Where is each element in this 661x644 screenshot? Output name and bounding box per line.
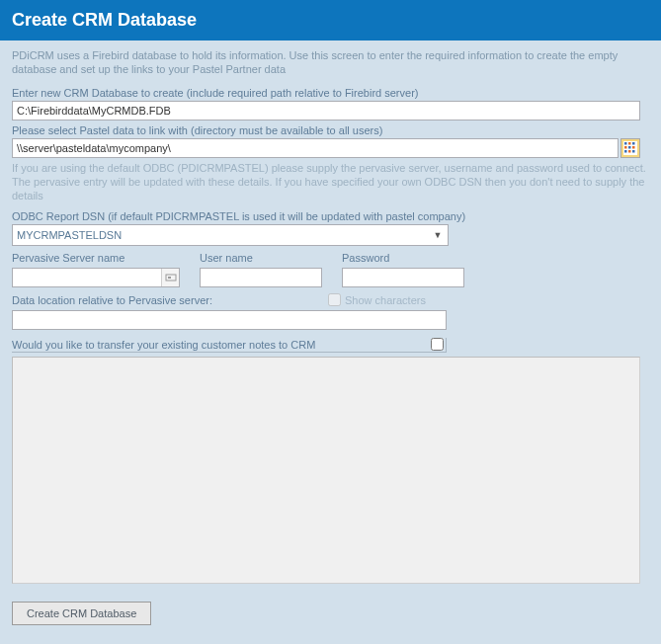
transfer-notes-checkbox[interactable]: [431, 338, 444, 351]
svg-rect-3: [632, 142, 635, 145]
server-browse-icon[interactable]: [161, 269, 179, 286]
svg-rect-1: [624, 142, 627, 145]
username-input[interactable]: [200, 268, 322, 287]
dsn-value: MYCRMPASTELDSN: [17, 229, 122, 241]
page-title: Create CRM Database: [12, 10, 197, 30]
data-location-input[interactable]: [12, 310, 447, 330]
svg-rect-6: [632, 146, 635, 149]
folder-browse-icon: [623, 141, 637, 155]
server-label: Pervasive Server name: [12, 252, 180, 264]
svg-rect-2: [628, 142, 631, 145]
svg-rect-5: [628, 146, 631, 149]
svg-rect-9: [632, 150, 635, 153]
password-input[interactable]: [342, 268, 464, 287]
dsn-label: ODBC Report DSN (if default PDICRMPASTEL…: [12, 210, 649, 222]
browse-button[interactable]: [620, 138, 640, 158]
show-characters-label: Show characters: [345, 294, 426, 306]
username-label: User name: [200, 252, 322, 264]
svg-rect-7: [624, 150, 627, 153]
pastel-path-label: Please select Pastel data to link with (…: [12, 124, 649, 136]
pastel-path-input[interactable]: [12, 138, 619, 158]
content-area: PDiCRM uses a Firebird database to hold …: [0, 40, 661, 637]
svg-rect-11: [168, 277, 171, 279]
odbc-help-text: If you are using the default ODBC (PDICR…: [12, 161, 649, 203]
svg-rect-4: [624, 146, 627, 149]
chevron-down-icon: ▼: [430, 227, 446, 243]
dsn-select[interactable]: MYCRMPASTELDSN ▼: [12, 224, 449, 246]
show-characters-checkbox: [328, 293, 341, 306]
create-database-button[interactable]: Create CRM Database: [12, 602, 151, 625]
svg-rect-8: [628, 150, 631, 153]
crm-db-label: Enter new CRM Database to create (includ…: [12, 87, 649, 99]
intro-text: PDiCRM uses a Firebird database to hold …: [12, 48, 649, 77]
transfer-notes-label: Would you like to transfer your existing…: [12, 339, 431, 351]
notes-panel: [12, 357, 640, 584]
crm-db-input[interactable]: [12, 101, 640, 121]
title-bar: Create CRM Database: [0, 0, 661, 40]
password-label: Password: [342, 252, 464, 264]
server-input[interactable]: [12, 268, 180, 287]
